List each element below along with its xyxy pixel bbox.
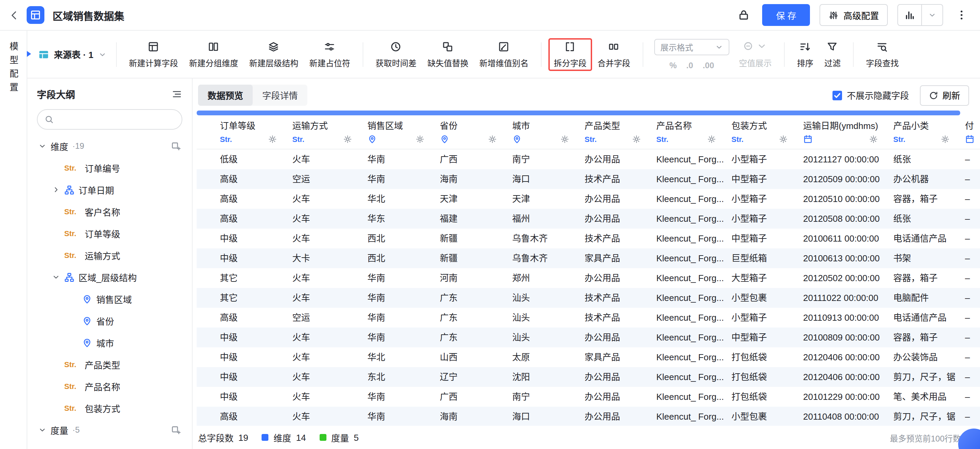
field-label: 订单等级	[85, 227, 120, 240]
horizontal-scrollbar-thumb[interactable]	[197, 111, 960, 115]
hide-hidden-fields-checkbox-row[interactable]: 不展示隐藏字段	[832, 89, 909, 102]
toolbar-replace-missing-button[interactable]: 缺失值替换	[422, 38, 474, 71]
refresh-button[interactable]: 刷新	[920, 85, 969, 105]
field-item[interactable]: Str.包装方式	[37, 397, 182, 419]
add-square-icon[interactable]	[171, 425, 181, 435]
table-cell: –	[957, 328, 980, 347]
chevron-right-icon[interactable]	[52, 186, 60, 194]
gear-icon[interactable]	[707, 135, 716, 144]
more-menu-button[interactable]	[953, 6, 970, 24]
field-item[interactable]: 区域_层级结构	[37, 266, 182, 288]
save-button[interactable]: 保 存	[762, 4, 810, 26]
lock-button[interactable]	[735, 6, 753, 24]
checkbox-checked[interactable]	[832, 90, 842, 100]
table-cell: 巨型纸箱	[723, 248, 795, 268]
field-item[interactable]: Str.产品名称	[37, 375, 182, 397]
table-cell: 容器，箱子	[885, 189, 957, 209]
advanced-config-button[interactable]: 高级配置	[819, 4, 888, 26]
gear-icon[interactable]	[940, 135, 950, 144]
table-cell: 低级	[212, 149, 284, 169]
column-header[interactable]: 运输方式Str.	[284, 117, 359, 149]
tab-field-details[interactable]: 字段详情	[253, 85, 307, 106]
gear-icon[interactable]	[560, 135, 570, 144]
toolbar-calc-field-button[interactable]: 新建计算字段	[124, 38, 184, 71]
increase-decimal-button[interactable]: .00	[703, 60, 714, 70]
column-header[interactable]: 运输日期(ymdhms)	[795, 117, 885, 149]
decrease-decimal-button[interactable]: .0	[686, 60, 693, 70]
column-header[interactable]: 产品类型Str.	[576, 117, 648, 149]
toolbar-sort-button[interactable]: 排序	[792, 38, 819, 71]
field-item[interactable]: 订单日期	[37, 179, 182, 201]
chart-button[interactable]	[898, 5, 921, 25]
toolbar-alias-button[interactable]: 新增维值别名	[474, 38, 534, 71]
gear-icon[interactable]	[268, 135, 277, 144]
toolbar-group-dimension-button[interactable]: 新建分组维度	[184, 38, 244, 71]
toolbar-field-search-button[interactable]: 字段查找	[861, 38, 904, 71]
percent-format-button[interactable]: %	[670, 60, 677, 70]
column-meta	[965, 133, 980, 145]
toolbar-button-label: 过滤	[824, 56, 841, 68]
column-header[interactable]: 付	[957, 117, 980, 149]
chevron-down-icon[interactable]	[52, 273, 60, 281]
tree-section-度量[interactable]: 度量·5	[37, 419, 182, 441]
field-item[interactable]: Str.订单编号	[37, 157, 182, 179]
gear-icon[interactable]	[632, 135, 641, 144]
toolbar-filter-button[interactable]: 过滤	[819, 38, 846, 71]
table-cell: 华南	[359, 169, 432, 189]
toolbar-hierarchy-structure-button[interactable]: 新建层级结构	[244, 38, 304, 71]
tree-section-维度[interactable]: 维度·19	[37, 135, 182, 157]
field-item[interactable]: 省份	[37, 310, 182, 332]
field-item[interactable]: Str.订单等级	[37, 222, 182, 244]
field-item[interactable]: Str.产品类型	[37, 354, 182, 375]
column-name: 运输日期(ymdhms)	[803, 119, 885, 133]
field-label: 省份	[96, 314, 114, 327]
outline-collapse-icon[interactable]	[172, 89, 182, 100]
table-cell: 高级	[212, 189, 284, 209]
field-item[interactable]: 销售区域	[37, 288, 182, 310]
field-search-input[interactable]	[58, 114, 175, 125]
table-cell: 火车	[284, 189, 359, 209]
column-meta	[803, 133, 885, 145]
chart-dropdown-button[interactable]	[922, 5, 942, 25]
source-table-button[interactable]: 来源表 · 1	[38, 48, 107, 61]
calendar-icon	[803, 135, 813, 144]
table-cell: 火车	[284, 407, 359, 426]
null-display-icon[interactable]	[743, 41, 754, 51]
back-button[interactable]	[8, 9, 20, 21]
gear-icon[interactable]	[415, 135, 425, 144]
table-cell: 打包纸袋	[723, 367, 795, 387]
table-cell: 技术产品	[576, 228, 648, 248]
table-cell: Kleencut_ Forg...	[648, 347, 723, 367]
tree-section-label: 度量	[51, 424, 68, 436]
column-header[interactable]: 城市	[504, 117, 576, 149]
display-format-select[interactable]: 展示格式	[654, 38, 729, 55]
chevron-down-icon[interactable]	[757, 41, 767, 51]
table-cell: 西北	[359, 228, 432, 248]
field-item[interactable]: Str.客户名称	[37, 201, 182, 222]
expand-panel-toggle[interactable]	[24, 48, 33, 59]
table-cell: 家具产品	[576, 248, 648, 268]
table-cell: 办公用品	[576, 149, 648, 169]
gear-icon[interactable]	[869, 135, 878, 144]
gear-icon[interactable]	[488, 135, 497, 144]
table-cell: 太原	[504, 347, 576, 367]
toolbar-merge-field-button[interactable]: 合并字段	[592, 38, 636, 71]
advanced-config-icon	[828, 10, 838, 20]
add-square-icon[interactable]	[171, 141, 181, 151]
toolbar-split-field-button[interactable]: 拆分字段	[548, 38, 592, 71]
column-header[interactable]: 销售区域	[359, 117, 432, 149]
toolbar-time-diff-button[interactable]: 获取时间差	[370, 38, 422, 71]
gear-icon[interactable]	[778, 135, 788, 144]
gear-icon[interactable]	[343, 135, 352, 144]
column-header[interactable]: 产品小类Str.	[885, 117, 957, 149]
column-header[interactable]: 包装方式Str.	[723, 117, 795, 149]
table-cell-edge	[197, 308, 212, 328]
table-cell: 福建	[432, 209, 504, 228]
field-item[interactable]: 城市	[37, 332, 182, 354]
column-header[interactable]: 省份	[432, 117, 504, 149]
toolbar-placeholder-button[interactable]: 新建占位符	[304, 38, 356, 71]
tab-data-preview[interactable]: 数据预览	[198, 85, 253, 106]
column-header[interactable]: 产品名称Str.	[648, 117, 723, 149]
column-header[interactable]: 订单等级Str.	[212, 117, 284, 149]
field-item[interactable]: Str.运输方式	[37, 244, 182, 266]
